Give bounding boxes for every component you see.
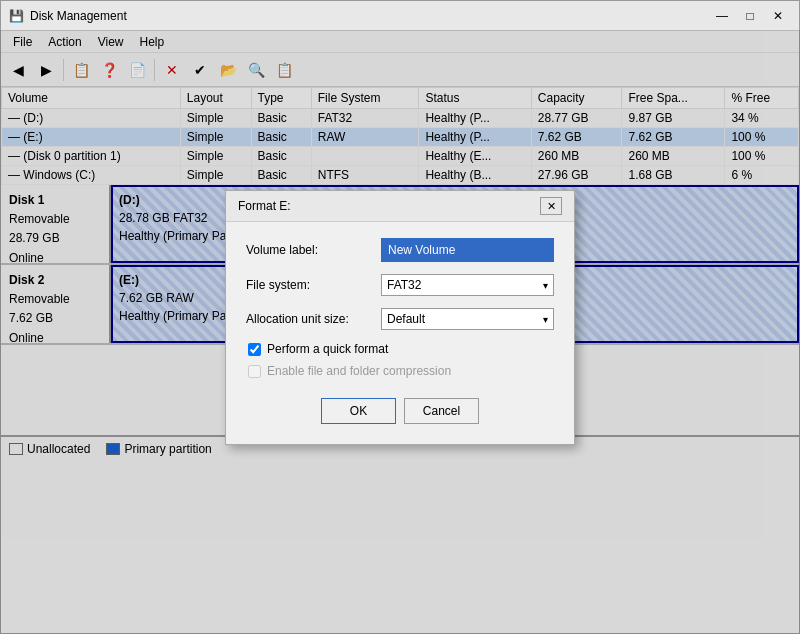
quick-format-label: Perform a quick format [267,342,388,356]
app-icon: 💾 [9,9,24,23]
alloc-row: Allocation unit size: Default 512 1024 2… [246,308,554,330]
compression-label: Enable file and folder compression [267,364,451,378]
volume-label-row: Volume label: [246,238,554,262]
maximize-button[interactable]: □ [737,6,763,26]
alloc-select[interactable]: Default 512 1024 2048 4096 [381,308,554,330]
modal-close-button[interactable]: ✕ [540,197,562,215]
volume-label-input[interactable] [381,238,554,262]
quick-format-row: Perform a quick format [246,342,554,356]
format-dialog: Format E: ✕ Volume label: File system: F… [225,190,575,445]
modal-title-bar: Format E: ✕ [226,191,574,222]
cancel-button[interactable]: Cancel [404,398,479,424]
window-title: Disk Management [30,9,127,23]
minimize-button[interactable]: — [709,6,735,26]
filesystem-row: File system: FAT32 NTFS exFAT [246,274,554,296]
volume-label-label: Volume label: [246,243,381,257]
title-bar: 💾 Disk Management — □ ✕ [1,1,799,31]
alloc-label: Allocation unit size: [246,312,381,326]
filesystem-select-wrapper: FAT32 NTFS exFAT [381,274,554,296]
modal-overlay: Format E: ✕ Volume label: File system: F… [0,30,800,634]
modal-buttons: OK Cancel [246,390,554,428]
filesystem-select[interactable]: FAT32 NTFS exFAT [381,274,554,296]
window-controls: — □ ✕ [709,6,791,26]
compression-checkbox [248,365,261,378]
volume-label-input-wrapper [381,238,554,262]
ok-button[interactable]: OK [321,398,396,424]
modal-body: Volume label: File system: FAT32 NTFS ex… [226,222,574,444]
compression-row: Enable file and folder compression [246,364,554,378]
close-button[interactable]: ✕ [765,6,791,26]
quick-format-checkbox[interactable] [248,343,261,356]
modal-title: Format E: [238,199,291,213]
alloc-select-wrapper: Default 512 1024 2048 4096 [381,308,554,330]
filesystem-label: File system: [246,278,381,292]
